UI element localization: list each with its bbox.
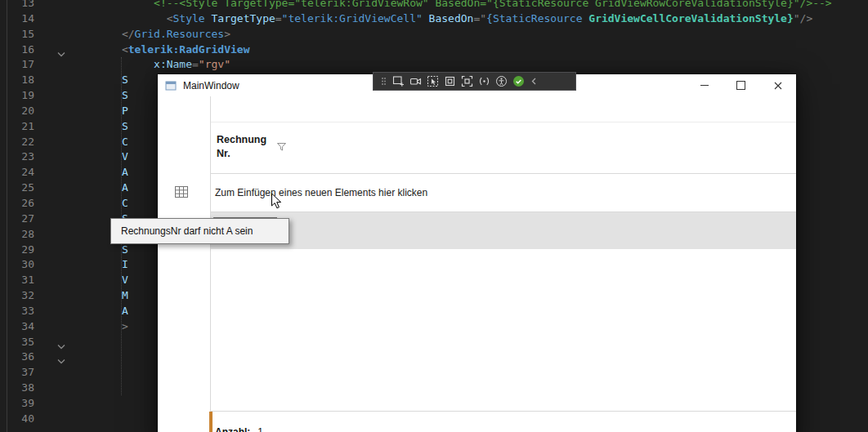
- toolbar-grip[interactable]: [380, 75, 387, 87]
- code-line-text: S: [45, 89, 128, 101]
- window-controls: [686, 74, 796, 96]
- close-icon: [774, 82, 782, 90]
- code-line-text: <telerik:RadGridView: [45, 43, 249, 56]
- live-property-explorer-icon[interactable]: [409, 75, 422, 87]
- row-indicator-separator: [210, 96, 211, 432]
- track-focused-element-icon[interactable]: [461, 75, 473, 87]
- line-number: 30: [0, 257, 34, 273]
- minimize-icon: [700, 85, 709, 86]
- code-line: 15 </Grid.Resources>: [0, 27, 868, 42]
- debug-toolbar: [373, 72, 576, 91]
- code-line-text: </Grid.Resources>: [45, 28, 230, 40]
- line-number: 29: [0, 243, 34, 258]
- line-number: 36: [0, 350, 34, 365]
- line-number: 40: [0, 412, 34, 427]
- code-line-text: S: [45, 73, 128, 86]
- code-line-text: S: [45, 120, 128, 132]
- code-line-text: A: [45, 181, 128, 194]
- line-number: 35: [0, 335, 34, 350]
- code-line: 13 <!--<Style TargetType="telerik:GridVi…: [0, 0, 868, 11]
- code-line: 17 x:Name="rgv": [0, 57, 868, 73]
- rad-grid-view: Rechnung Nr. Zum Einfügen eines neuen El…: [158, 96, 796, 432]
- edit-row-background: [211, 212, 796, 249]
- code-line: 14 <Style TargetType="telerik:GridViewCe…: [0, 11, 868, 27]
- line-number: 13: [0, 0, 34, 11]
- line-number: 23: [0, 149, 34, 165]
- column-header-line2: Nr.: [217, 147, 266, 161]
- filter-icon[interactable]: [277, 143, 286, 151]
- line-number: 38: [0, 381, 34, 396]
- code-line-text: M: [45, 289, 128, 301]
- footer-count-label: Anzahl:: [215, 426, 250, 432]
- new-row-indicator-icon: [175, 186, 188, 198]
- line-number: 31: [0, 273, 34, 288]
- line-number: 34: [0, 319, 34, 335]
- header-top-line: [211, 122, 796, 122]
- hot-reload-status-icon[interactable]: [512, 75, 525, 87]
- add-new-row-band[interactable]: Zum Einfügen eines neuen Elements hier k…: [211, 173, 796, 212]
- line-number: 14: [0, 11, 34, 27]
- code-line-text: <!--<Style TargetType="telerik:GridViewR…: [45, 0, 832, 9]
- hot-reload-icon[interactable]: [478, 75, 490, 87]
- line-number: 21: [0, 119, 34, 135]
- line-number: 24: [0, 165, 34, 180]
- code-line: 16 <telerik:RadGridView: [0, 42, 868, 58]
- line-number: 20: [0, 104, 34, 119]
- close-button[interactable]: [759, 74, 796, 96]
- screen: 13 <!--<Style TargetType="telerik:GridVi…: [0, 0, 868, 432]
- line-number: 32: [0, 288, 34, 304]
- line-number: 15: [0, 27, 34, 42]
- line-number: 17: [0, 57, 34, 73]
- code-line-text: >: [45, 320, 128, 332]
- line-number: 18: [0, 73, 34, 88]
- line-number: 16: [0, 42, 34, 58]
- column-header-line1: Rechnung: [217, 133, 266, 147]
- line-number: 19: [0, 88, 34, 104]
- code-line-text: S: [45, 243, 128, 256]
- fold-chevron-icon[interactable]: [57, 339, 67, 346]
- code-line-text: <Style TargetType="telerik:GridViewCell"…: [45, 12, 812, 24]
- maximize-button[interactable]: [723, 74, 759, 96]
- enable-selection-icon[interactable]: [427, 75, 439, 87]
- code-line-text: A: [45, 166, 128, 178]
- line-number: 33: [0, 304, 34, 319]
- column-header-rechnung-nr[interactable]: Rechnung Nr.: [217, 133, 266, 161]
- display-layout-adorners-icon[interactable]: [444, 75, 456, 87]
- line-number: 27: [0, 212, 34, 227]
- validation-tooltip: RechnungsNr darf nicht A sein: [110, 218, 289, 244]
- line-number: 39: [0, 396, 34, 412]
- line-number: 26: [0, 196, 34, 212]
- maximize-icon: [736, 81, 745, 90]
- footer-count: Anzahl: 1: [215, 425, 263, 432]
- code-line-text: C: [45, 136, 128, 148]
- line-number: 22: [0, 135, 34, 150]
- add-new-row-text: Zum Einfügen eines neuen Elements hier k…: [215, 187, 427, 198]
- titlebar[interactable]: MainWindow: [158, 74, 796, 96]
- footer-top-line: [211, 411, 796, 412]
- code-line-text: A: [45, 305, 128, 317]
- fold-chevron-icon[interactable]: [57, 47, 67, 54]
- code-line-text: V: [45, 150, 128, 163]
- fold-chevron-icon[interactable]: [57, 354, 67, 361]
- code-line-text: P: [45, 105, 128, 117]
- code-line-text: x:Name="rgv": [45, 58, 230, 70]
- mainwindow-window: MainWindow Rechnung Nr.: [158, 74, 796, 432]
- footer-count-value: 1: [257, 426, 263, 432]
- app-icon: [165, 80, 177, 91]
- line-number: 37: [0, 365, 34, 381]
- live-visual-tree-icon[interactable]: [392, 75, 405, 87]
- accessibility-checker-icon[interactable]: [495, 75, 508, 87]
- window-title: MainWindow: [183, 80, 239, 91]
- code-line-text: V: [45, 274, 128, 286]
- code-line-text: C: [45, 197, 128, 209]
- minimize-button[interactable]: [686, 74, 723, 96]
- line-number: 28: [0, 227, 34, 243]
- mouse-cursor: [271, 193, 282, 213]
- footer-accent-strip: [209, 412, 213, 432]
- validation-tooltip-text: RechnungsNr darf nicht A sein: [121, 225, 253, 237]
- code-line-text: I: [45, 258, 128, 270]
- line-number: 25: [0, 180, 34, 196]
- collapse-toolbar-icon[interactable]: [530, 75, 538, 87]
